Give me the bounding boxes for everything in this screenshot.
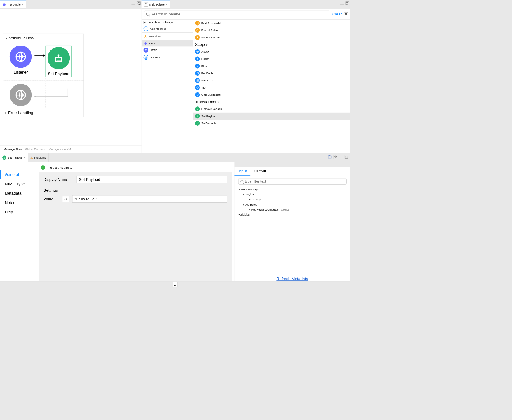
- star-icon: ★: [143, 34, 148, 39]
- palette-item-flow[interactable]: →Flow: [193, 62, 350, 70]
- tree-http-attr[interactable]: HttpRequestAttributes :: [251, 208, 281, 211]
- flow-error-node[interactable]: [8, 84, 34, 106]
- collapse-icon[interactable]: [5, 112, 7, 114]
- footer-tab-config-xml[interactable]: Configuration XML: [49, 148, 72, 151]
- io-filter-input[interactable]: [245, 179, 344, 183]
- expand-icon[interactable]: [238, 189, 240, 190]
- nav-mime[interactable]: MIME Type: [0, 179, 38, 188]
- palette-item-sub-flow[interactable]: ▦Sub Flow: [193, 77, 350, 84]
- io-tab-output[interactable]: Output: [250, 167, 270, 176]
- palette-cat-add-modules[interactable]: +Add Modules: [142, 25, 193, 32]
- sockets-icon: ◎: [143, 55, 148, 60]
- palette-cat-sockets[interactable]: ◎Sockets: [142, 54, 193, 61]
- display-name-input[interactable]: [77, 176, 227, 183]
- palette-clear-link[interactable]: Clear: [332, 12, 342, 16]
- maximize-icon[interactable]: ▢: [137, 1, 140, 5]
- set-payload-icon: ↓: [2, 155, 6, 160]
- ok-icon: ✓: [41, 165, 45, 170]
- value-input[interactable]: [72, 195, 227, 203]
- palette-cat-core[interactable]: Core: [142, 40, 193, 46]
- scope-icon: ⎔: [195, 85, 200, 90]
- minimize-icon[interactable]: [131, 4, 135, 5]
- footer-tab-message-flow[interactable]: Message Flow: [3, 148, 22, 151]
- value-label: Value:: [43, 197, 59, 201]
- editor-pane: *hellomule × ▢ hellomuleFlow Listen: [0, 0, 142, 153]
- expand-icon[interactable]: [243, 204, 245, 205]
- palette-pane: Mule Palette × ▢ Clear ⚙ ⋈Search in Exch…: [142, 0, 350, 153]
- palette-search-input[interactable]: [150, 12, 328, 16]
- flow-name: hellomuleFlow: [8, 36, 34, 40]
- expand-icon[interactable]: [5, 38, 7, 39]
- nav-notes[interactable]: Notes: [0, 198, 38, 207]
- datasense-icon[interactable]: ⛃: [334, 155, 338, 159]
- tree-variables[interactable]: Variables: [238, 213, 250, 216]
- tree-http-attr-type: Object: [281, 208, 289, 211]
- metadata-tree: Mule Message Payload Any : Any Attribute…: [234, 187, 350, 217]
- palette-categories: ⋈Search in Exchange.. +Add Modules ★Favo…: [142, 20, 193, 153]
- palette-item-remove-variable[interactable]: VRemove Variable: [193, 105, 350, 113]
- properties-tab-problems-label: Problems: [34, 156, 46, 159]
- save-icon[interactable]: [327, 155, 332, 159]
- flow-canvas[interactable]: hellomuleFlow Listener Set Paylo: [0, 9, 142, 153]
- tree-payload[interactable]: Payload: [245, 193, 255, 196]
- palette-item-round-robin[interactable]: ⟳Round Robin: [193, 27, 350, 34]
- palette-item-scatter-gather[interactable]: ✶Scatter-Gather: [193, 34, 350, 41]
- refresh-metadata-link[interactable]: Refresh Metadata: [276, 276, 308, 281]
- scope-icon: ⟲: [195, 71, 200, 76]
- palette-item-until-successful[interactable]: ↻Until Successful: [193, 91, 350, 99]
- properties-nav: General MIME Type Metadata Notes Help: [0, 162, 38, 283]
- collapse-icon[interactable]: [249, 209, 250, 211]
- io-tab-input[interactable]: Input: [234, 167, 250, 176]
- svg-rect-1: [56, 58, 62, 62]
- palette-item-set-payload[interactable]: ↓Set Payload: [193, 113, 350, 120]
- tree-mule-message[interactable]: Mule Message: [241, 188, 259, 191]
- palette-cat-favorites[interactable]: ★Favorites: [142, 32, 193, 40]
- nav-general[interactable]: General: [0, 170, 38, 179]
- expand-icon[interactable]: [243, 194, 245, 195]
- palette-items: ⇉First Successful ⟳Round Robin ✶Scatter-…: [193, 20, 350, 153]
- display-name-label: Display Name:: [43, 177, 73, 182]
- palette-tab-close-icon[interactable]: ×: [166, 3, 168, 6]
- palette-item-cache[interactable]: ≡Cache: [193, 55, 350, 62]
- palette-tabbar: Mule Palette × ▢: [142, 0, 350, 9]
- scope-icon: ≡: [195, 57, 200, 61]
- palette-tab[interactable]: Mule Palette ×: [142, 0, 170, 9]
- nav-help[interactable]: Help: [0, 207, 38, 217]
- properties-tab-setpayload-label: Set Payload: [8, 156, 23, 159]
- list-icon: [144, 3, 148, 7]
- minimize-icon[interactable]: [339, 157, 343, 158]
- palette-header-transformers: Transformers: [193, 98, 350, 105]
- properties-tab-setpayload[interactable]: ↓ Set Payload ×: [0, 153, 28, 162]
- palette-cat-http[interactable]: ⊕HTTP: [142, 46, 193, 54]
- editor-tab-close-icon[interactable]: ×: [22, 3, 24, 6]
- status-icon[interactable]: 🗂: [173, 282, 177, 287]
- palette-item-async[interactable]: ⟳Async: [193, 48, 350, 55]
- palette-cat-search-exchange[interactable]: ⋈Search in Exchange..: [142, 20, 193, 25]
- fx-button[interactable]: ƒx: [62, 196, 69, 202]
- editor-tab-hellomule[interactable]: *hellomule ×: [0, 0, 26, 9]
- palette-search[interactable]: [144, 11, 330, 18]
- flow-node-set-payload[interactable]: Set Payload: [46, 46, 72, 77]
- tree-any-label: Any :: [249, 198, 256, 201]
- tree-attributes[interactable]: Attributes: [245, 203, 257, 206]
- properties-tab-problems[interactable]: ⚠ Problems: [28, 153, 49, 162]
- palette-item-try[interactable]: ⎔Try: [193, 84, 350, 91]
- gear-icon[interactable]: ⚙: [344, 12, 348, 16]
- io-filter[interactable]: [238, 178, 347, 184]
- exchange-icon: ⋈: [143, 21, 146, 24]
- nav-metadata[interactable]: Metadata: [0, 188, 38, 198]
- globe-icon: [15, 51, 26, 62]
- globe-icon: [15, 89, 26, 100]
- palette-item-for-each[interactable]: ⟲For Each: [193, 70, 350, 77]
- no-errors-label: There are no errors.: [47, 166, 72, 169]
- minimize-icon[interactable]: [340, 4, 344, 5]
- flow-node-listener[interactable]: Listener: [8, 46, 34, 74]
- properties-tab-close-icon[interactable]: ×: [24, 156, 26, 159]
- footer-tab-global-elements[interactable]: Global Elements: [25, 148, 45, 151]
- search-icon: [146, 13, 149, 16]
- maximize-icon[interactable]: ▢: [345, 155, 348, 158]
- palette-item-set-variable[interactable]: VSet Variable: [193, 120, 350, 127]
- palette-item-first-successful[interactable]: ⇉First Successful: [193, 20, 350, 27]
- flow-divider: [45, 51, 46, 108]
- maximize-icon[interactable]: ▢: [346, 1, 349, 5]
